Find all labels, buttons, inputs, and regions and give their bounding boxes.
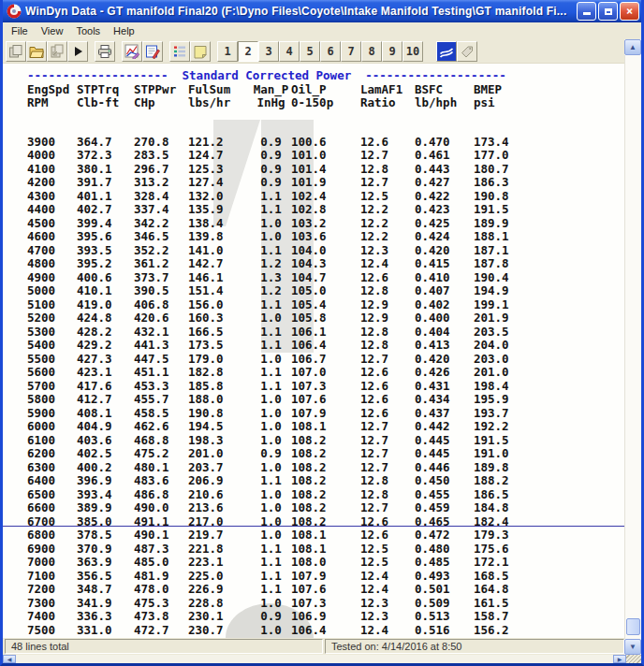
table-row: 4200391.7313.2127.40.9101.912.70.427186.… <box>27 176 624 190</box>
header-spacer <box>27 110 624 136</box>
chevron-right-icon: ▶ <box>618 656 622 662</box>
table-row: 5400429.2441.3173.51.1106.412.80.413204.… <box>27 339 624 353</box>
print-button[interactable] <box>95 41 115 62</box>
close-button[interactable]: × <box>620 2 639 21</box>
test-list-icon <box>172 44 187 59</box>
table-row: 5500427.3447.5179.01.0106.712.70.420203.… <box>27 353 624 367</box>
separator-line <box>3 526 624 527</box>
toolbar: 12345678910 <box>3 39 624 64</box>
play-icon <box>70 44 85 59</box>
vertical-scrollbar[interactable]: ▲ ▼ <box>624 39 641 655</box>
open-file-button[interactable] <box>26 41 47 62</box>
scroll-up-button[interactable]: ▲ <box>624 39 641 55</box>
minimize-icon <box>583 12 591 15</box>
menu-help[interactable]: Help <box>107 24 141 37</box>
page-button-9[interactable]: 9 <box>382 41 402 62</box>
graph-edit-icon <box>124 44 139 59</box>
chevron-up-icon: ▲ <box>629 44 637 51</box>
superflow-button[interactable] <box>436 41 457 62</box>
table-row: 6100403.6468.8198.31.0108.212.70.445191.… <box>27 434 624 448</box>
table-row: 4800395.2361.2142.71.2104.312.40.415187.… <box>27 257 624 271</box>
page-button-10[interactable]: 10 <box>402 41 423 62</box>
table-row: 6600389.9490.0213.61.0108.212.70.459184.… <box>27 501 624 515</box>
save-report-icon <box>50 44 65 59</box>
report-pages-icon <box>8 44 23 59</box>
table-row: 6500393.4486.8210.61.0108.212.80.455186.… <box>27 488 624 502</box>
page-button-3[interactable]: 3 <box>258 41 279 62</box>
table-row: 7200348.7478.0226.91.1107.612.40.501164.… <box>27 583 624 597</box>
table-row: 3900364.7270.8121.20.9100.612.60.470173.… <box>27 136 624 150</box>
table-row: 5300428.2432.1166.51.1106.112.80.404203.… <box>27 326 624 340</box>
table-row: 4300401.1328.4132.01.1102.412.50.422190.… <box>27 190 624 204</box>
notes-icon <box>193 44 208 59</box>
status-bar: 48 lines total Tested on: 4/14/2016 at 8… <box>3 638 624 655</box>
menu-tools[interactable]: Tools <box>69 24 107 37</box>
graph-button[interactable] <box>122 41 142 62</box>
table-row: 5600423.1451.1182.81.1107.012.60.426201.… <box>27 366 624 380</box>
table-row: 6000404.9462.6194.51.0108.112.70.442192.… <box>27 420 624 434</box>
scrollbar-thumb[interactable] <box>626 618 640 635</box>
status-lines-total: 48 lines total <box>5 639 323 654</box>
menu-file[interactable]: File <box>5 24 35 37</box>
tag-button[interactable] <box>457 41 477 62</box>
table-row: 6400396.9483.6206.91.1108.212.80.450188.… <box>27 474 624 488</box>
page-button-8[interactable]: 8 <box>361 41 382 62</box>
table-row: 7100356.5481.9225.01.1107.912.40.493168.… <box>27 570 624 584</box>
open-folder-icon <box>29 44 44 59</box>
table-row: 5900408.1458.5190.81.0107.912.60.437193.… <box>27 407 624 421</box>
scrollbar-track[interactable] <box>624 55 641 639</box>
table-row: 4900400.6373.7146.11.3104.712.60.410190.… <box>27 271 624 285</box>
page-button-6[interactable]: 6 <box>320 41 341 62</box>
table-row: 5000410.1390.5151.41.2105.012.80.407194.… <box>27 284 624 298</box>
menu-view[interactable]: View <box>35 24 70 37</box>
resize-grip[interactable] <box>626 655 641 663</box>
table-row: 4000372.3283.5124.70.9101.012.70.461177.… <box>27 149 624 163</box>
table-row: 4500399.4342.2138.41.0103.212.20.425189.… <box>27 217 624 231</box>
horizontal-scrollbar[interactable]: ◀ ▶ <box>3 655 641 663</box>
page-buttons: 12345678910 <box>217 41 423 62</box>
printout: -------------------- Standard Corrected … <box>3 64 624 637</box>
page-button-1[interactable]: 1 <box>217 41 238 62</box>
table-row: 5200424.8420.6160.31.0105.812.90.400201.… <box>27 311 624 326</box>
table-body: 3900364.7270.8121.20.9100.612.60.470173.… <box>27 136 624 638</box>
table-row: 4100380.1296.7125.30.9101.412.80.443180.… <box>27 163 624 177</box>
column-headers: EngSpdSTPTrqSTPPwrFulSumMan_POil_PLamAF1… <box>27 83 624 110</box>
page-button-5[interactable]: 5 <box>300 41 320 62</box>
run-button[interactable] <box>67 41 88 62</box>
data-report: -------------------- Standard Corrected … <box>3 64 624 638</box>
calculator-pad-button[interactable] <box>142 41 163 62</box>
scroll-down-button[interactable]: ▼ <box>624 639 641 655</box>
section-header: -------------------- Standard Corrected … <box>27 69 624 83</box>
scroll-right-button[interactable]: ▶ <box>613 655 626 663</box>
table-row: 7300341.9475.3228.81.0107.312.30.509161.… <box>27 597 624 611</box>
table-row: 6800378.5490.1219.71.0108.112.60.472179.… <box>27 528 624 543</box>
table-row: 4400402.7337.4135.91.1102.812.20.423191.… <box>27 203 624 217</box>
table-row: 7400336.3473.8230.10.9106.912.30.513158.… <box>27 610 624 624</box>
page-button-7[interactable]: 7 <box>341 41 361 62</box>
table-row: 4700393.5352.2141.01.1104.012.30.420187.… <box>27 244 624 258</box>
table-row: RPMClb-ftCHplbs/hrInHg0-150pRatiolb/hphp… <box>27 96 624 110</box>
table-row: EngSpdSTPTrqSTPPwrFulSumMan_POil_PLamAF1… <box>27 83 624 97</box>
menu-bar: File View Tools Help <box>3 22 641 39</box>
tag-icon <box>460 44 475 59</box>
notes-button[interactable] <box>190 41 211 62</box>
table-row: 5800412.7455.7188.01.0107.612.60.434195.… <box>27 393 624 407</box>
minimize-button[interactable] <box>577 2 596 21</box>
test-list-button[interactable] <box>169 41 190 62</box>
table-row: 6200402.5475.2201.00.9108.212.70.445191.… <box>27 447 624 461</box>
table-row: 5100419.0406.8156.01.1105.412.90.402199.… <box>27 298 624 312</box>
report-pages-button[interactable] <box>6 41 26 62</box>
windyn-window: WinDyn Data - GT manifold Final20 (F:\Dy… <box>0 0 644 666</box>
hscrollbar-track[interactable] <box>16 655 613 663</box>
superflow-logo-icon <box>439 44 454 59</box>
maximize-icon <box>605 8 612 15</box>
page-button-2[interactable]: 2 <box>238 41 258 62</box>
table-row: 7000363.9485.0223.11.1108.012.50.485172.… <box>27 556 624 570</box>
notepad-edit-icon <box>145 44 160 59</box>
page-button-4[interactable]: 4 <box>279 41 300 62</box>
table-row: 4600395.6346.5139.81.0103.612.20.424188.… <box>27 230 624 244</box>
maximize-button[interactable] <box>598 2 618 21</box>
print-icon <box>97 44 112 59</box>
save-report-button[interactable] <box>47 41 67 62</box>
scroll-left-button[interactable]: ◀ <box>3 655 16 663</box>
